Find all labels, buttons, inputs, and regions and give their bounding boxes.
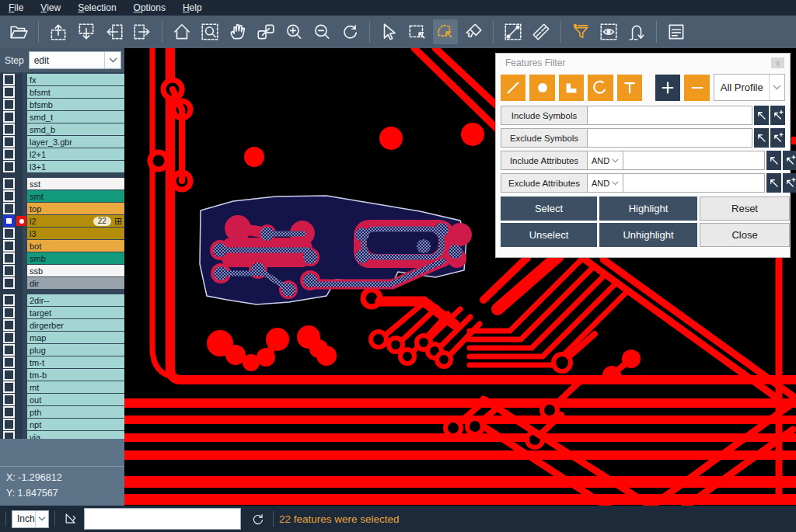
menu-selection[interactable]: Selection bbox=[69, 1, 124, 15]
text-tool-icon[interactable] bbox=[617, 75, 642, 101]
layer-visibility-checkbox[interactable] bbox=[3, 344, 15, 356]
layer-name[interactable]: bot bbox=[27, 240, 124, 252]
layer-name[interactable]: bfsmb bbox=[27, 99, 124, 110]
layer-visibility-checkbox[interactable] bbox=[3, 307, 15, 318]
layer-name[interactable]: ssb bbox=[27, 265, 124, 276]
exclude-symbols-button[interactable]: Exclude Symbols bbox=[501, 128, 588, 148]
layer-name[interactable]: 2dir-- bbox=[27, 294, 124, 306]
layer-visibility-checkbox[interactable] bbox=[3, 381, 15, 393]
measure-ruler-icon[interactable] bbox=[529, 19, 553, 44]
layer-row[interactable]: smt bbox=[0, 190, 124, 202]
layer-visibility-checkbox[interactable] bbox=[3, 86, 15, 98]
pan-down-icon[interactable] bbox=[74, 19, 99, 44]
pick-symbol-icon[interactable] bbox=[754, 106, 769, 125]
select-button[interactable]: Select bbox=[501, 196, 597, 221]
layer-name[interactable]: tm-b bbox=[27, 369, 124, 381]
snap-mode-icon[interactable] bbox=[624, 19, 649, 44]
home-view-icon[interactable] bbox=[169, 19, 194, 44]
include-attributes-button[interactable]: Include Attributes bbox=[501, 151, 588, 170]
pad-tool-icon[interactable] bbox=[529, 75, 554, 101]
layer-row[interactable]: smd_t bbox=[0, 111, 124, 123]
layer-name[interactable]: smb bbox=[27, 252, 124, 264]
pan-up-icon[interactable] bbox=[46, 19, 71, 44]
unhighlight-button[interactable]: Unhighlight bbox=[599, 223, 697, 247]
layer-name[interactable]: l3+1 bbox=[27, 161, 124, 172]
layer-row[interactable]: 2dir-- bbox=[0, 294, 124, 306]
layer-row[interactable]: l222⊞ bbox=[0, 215, 124, 227]
layer-visibility-checkbox[interactable] bbox=[3, 136, 15, 148]
layer-name[interactable]: fx bbox=[27, 74, 124, 85]
layer-visibility-checkbox[interactable] bbox=[3, 99, 15, 110]
command-input[interactable] bbox=[84, 508, 241, 530]
line-tool-icon[interactable] bbox=[501, 75, 525, 101]
exclude-attributes-button[interactable]: Exclude Attributes bbox=[501, 173, 588, 193]
layer-row[interactable]: tm-b bbox=[0, 369, 124, 381]
layer-name[interactable]: smd_t bbox=[27, 111, 124, 123]
layer-name[interactable]: smt bbox=[27, 190, 124, 202]
layer-row[interactable]: layer_3.gbr bbox=[0, 136, 124, 148]
layer-name[interactable]: out bbox=[27, 394, 124, 405]
layer-visibility-checkbox[interactable] bbox=[3, 394, 15, 405]
zoom-previous-icon[interactable] bbox=[337, 19, 362, 44]
layer-row[interactable]: bfsmb bbox=[0, 99, 124, 110]
pick-add-attribute-icon[interactable] bbox=[783, 151, 796, 170]
exclude-attributes-input[interactable] bbox=[623, 173, 765, 193]
reset-button[interactable]: Reset bbox=[700, 196, 790, 221]
pan-left-icon[interactable] bbox=[102, 19, 127, 44]
snap-angle-icon[interactable] bbox=[61, 509, 81, 529]
layer-visibility-checkbox[interactable] bbox=[3, 319, 15, 331]
layer-row[interactable]: l2+1 bbox=[0, 148, 124, 160]
layer-row[interactable]: fx bbox=[0, 74, 124, 85]
include-symbols-button[interactable]: Include Symbols bbox=[501, 106, 588, 125]
pick-attribute-icon[interactable] bbox=[766, 151, 781, 170]
layer-row[interactable]: tm-t bbox=[0, 356, 124, 368]
menu-file[interactable]: File bbox=[0, 1, 32, 15]
menu-options[interactable]: Options bbox=[125, 1, 174, 15]
include-mode-button[interactable] bbox=[655, 75, 680, 101]
layer-visibility-checkbox[interactable] bbox=[3, 406, 15, 418]
unselect-button[interactable]: Unselect bbox=[501, 223, 597, 247]
layer-row[interactable]: l3+1 bbox=[0, 161, 124, 172]
layer-visibility-checkbox[interactable] bbox=[3, 178, 15, 190]
layer-row[interactable]: ssb bbox=[0, 265, 124, 276]
layer-row[interactable]: bot bbox=[0, 240, 124, 252]
layer-name[interactable]: bfsmt bbox=[27, 86, 124, 98]
layer-visibility-checkbox[interactable] bbox=[3, 252, 15, 264]
layer-row[interactable]: mt bbox=[0, 381, 124, 393]
layer-name[interactable]: sst bbox=[27, 178, 124, 190]
layer-name[interactable]: layer_3.gbr bbox=[27, 136, 124, 148]
layer-row[interactable]: smb bbox=[0, 252, 124, 264]
layer-row[interactable]: l3 bbox=[0, 228, 124, 239]
layer-visibility-checkbox[interactable] bbox=[3, 369, 15, 381]
layer-row[interactable]: pth bbox=[0, 406, 124, 418]
layer-visibility-checkbox[interactable] bbox=[3, 148, 15, 160]
layer-name[interactable]: mt bbox=[27, 381, 124, 393]
include-attributes-input[interactable] bbox=[623, 151, 765, 170]
pick-add-symbol-icon[interactable] bbox=[770, 106, 785, 125]
pick-attribute-icon[interactable] bbox=[766, 173, 781, 193]
layer-row[interactable]: smd_b bbox=[0, 123, 124, 135]
layer-row[interactable]: dirgerber bbox=[0, 319, 124, 331]
layer-visibility-checkbox[interactable] bbox=[3, 74, 15, 85]
zoom-area-icon[interactable] bbox=[197, 19, 222, 44]
select-pointer-icon[interactable] bbox=[377, 19, 402, 44]
layer-name[interactable]: l2+1 bbox=[27, 148, 124, 160]
include-symbols-input[interactable] bbox=[588, 106, 752, 125]
pick-add-attribute-icon[interactable] bbox=[783, 173, 796, 193]
exclude-mode-button[interactable] bbox=[684, 75, 709, 101]
refresh-icon[interactable] bbox=[247, 509, 267, 529]
select-rectangle-icon[interactable] bbox=[405, 19, 430, 44]
pan-right-icon[interactable] bbox=[130, 19, 155, 44]
layer-visibility-checkbox[interactable] bbox=[3, 203, 15, 214]
layer-visibility-checkbox[interactable] bbox=[3, 161, 15, 172]
layer-name[interactable]: dir bbox=[27, 277, 124, 289]
layer-name[interactable]: dirgerber bbox=[27, 319, 124, 331]
view-options-icon[interactable] bbox=[596, 19, 621, 44]
layer-row[interactable]: npt bbox=[0, 419, 124, 430]
menu-help[interactable]: Help bbox=[174, 1, 211, 15]
clear-brush-icon[interactable] bbox=[461, 19, 486, 44]
exclude-symbols-input[interactable] bbox=[588, 128, 752, 148]
step-dropdown[interactable]: edit bbox=[29, 51, 121, 69]
layer-visibility-checkbox[interactable] bbox=[3, 294, 15, 306]
features-filter-icon[interactable] bbox=[568, 19, 593, 44]
